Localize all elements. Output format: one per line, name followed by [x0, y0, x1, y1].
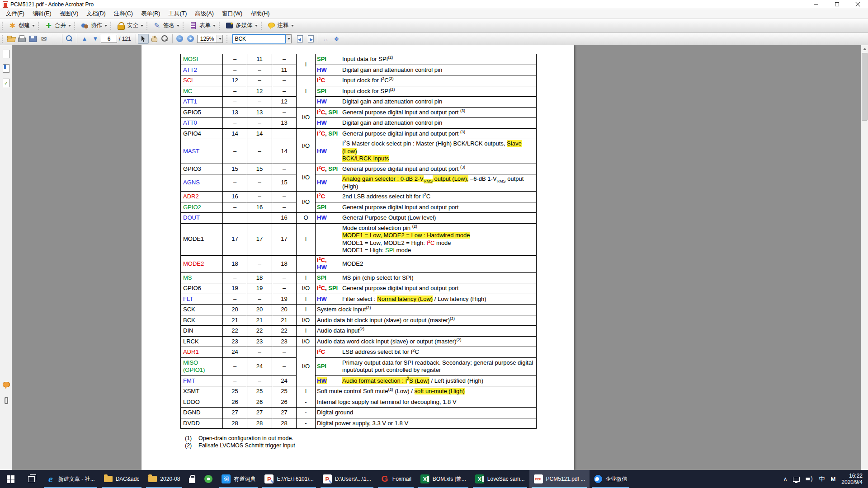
email-button[interactable] [38, 34, 49, 44]
sign-button[interactable]: 签名 [151, 20, 182, 31]
page-number-input[interactable] [101, 35, 117, 43]
next-page-button[interactable]: ▼ [90, 34, 101, 44]
tray-expand-icon[interactable]: ∧ [783, 476, 788, 482]
pin-number-cell: – [272, 86, 297, 97]
search-tool-button[interactable] [64, 34, 75, 44]
minimize-button[interactable] [806, 0, 826, 9]
table-row: GPIO2–16–SPIGeneral purpose digital inpu… [181, 202, 537, 213]
find-next-button[interactable] [305, 34, 316, 44]
forms-button[interactable]: 表单 [187, 20, 218, 31]
taskbar-item-pads[interactable]: PD:\Users\...\1... [318, 470, 376, 488]
pin-number-cell: 15 [272, 174, 297, 192]
ime-indicator[interactable]: 中 [819, 475, 825, 483]
task-view-button[interactable] [21, 470, 42, 488]
scroll-up-button[interactable] [861, 45, 868, 52]
toolbar-grip[interactable] [183, 22, 185, 30]
find-input[interactable] [232, 34, 286, 43]
maximize-button[interactable] [826, 0, 847, 9]
create-button[interactable]: 创建 [6, 20, 37, 31]
toolbar-grip[interactable] [110, 22, 113, 30]
find-dropdown-button[interactable] [286, 34, 292, 43]
taskbar-item-youdao[interactable]: 词有道词典 [217, 470, 260, 488]
toolbar-grip[interactable] [226, 35, 229, 43]
taskbar-item-green-app[interactable] [200, 470, 217, 488]
taskbar-item-wechat-work[interactable]: 企业微信 [590, 470, 632, 488]
fit-width-button[interactable] [320, 34, 331, 44]
vertical-scrollbar[interactable] [861, 45, 868, 470]
pages-panel-button[interactable] [2, 49, 10, 59]
taskbar-item-folder[interactable]: 2020-08 [144, 470, 184, 488]
taskbar-item-edge[interactable]: e新建文章 - 社... [42, 470, 99, 488]
collab-button[interactable]: 协作 [78, 20, 109, 31]
taskbar-item-foxmail[interactable]: GFoxmail [376, 470, 416, 488]
toolbar-button-label: 创建 [19, 22, 30, 29]
secure-button[interactable]: 安全 [114, 20, 146, 31]
start-button[interactable] [0, 470, 21, 488]
comments-panel-button[interactable] [2, 380, 10, 389]
io-cell: I/O [297, 347, 316, 386]
menu-item[interactable]: 窗口(W) [218, 9, 246, 19]
zoom-out-button[interactable]: − [175, 34, 185, 44]
zoom-dropdown-button[interactable] [217, 35, 222, 42]
zoom-in-button[interactable]: + [185, 34, 196, 44]
menu-item[interactable]: 视图(V) [56, 9, 83, 19]
menu-item[interactable]: 高级(A) [191, 9, 218, 19]
table-row: DOUT––16OHWGeneral Purpose Output (Low l… [181, 213, 537, 224]
menu-item[interactable]: 帮助(H) [246, 9, 274, 19]
pin-number-cell: – [247, 347, 272, 358]
taskbar-item-label: D:\Users\...\1... [335, 476, 371, 482]
fit-page-button[interactable] [331, 34, 342, 44]
bookmarks-panel-button[interactable] [2, 63, 10, 73]
menu-item[interactable]: 编辑(E) [28, 9, 56, 19]
printer-icon [17, 34, 28, 44]
print-button[interactable] [17, 34, 28, 44]
hand-tool-button[interactable] [149, 34, 160, 44]
menu-item[interactable]: 文件(F) [2, 9, 28, 19]
table-row: SCK202020ISystem clock input(2) [181, 305, 537, 315]
marquee-zoom-button[interactable] [160, 34, 170, 44]
open-file-button[interactable] [6, 34, 17, 44]
taskbar-item-excel[interactable]: XLoveSac sam... [471, 470, 529, 488]
taskbar-item-pads[interactable]: PE:\YE\T6101\... [260, 470, 318, 488]
menu-item[interactable]: 工具(T) [164, 9, 191, 19]
scrollbar-thumb[interactable] [862, 53, 868, 121]
find-previous-button[interactable] [294, 34, 305, 44]
taskbar-item-store[interactable] [184, 470, 200, 488]
network-icon[interactable] [793, 477, 800, 482]
toolbar-grip[interactable] [2, 22, 4, 30]
web-button[interactable] [49, 34, 60, 44]
media-button[interactable]: 多媒体 [223, 20, 260, 31]
taskbar-item-pdf[interactable]: PDFPCM5121.pdf ... [529, 470, 590, 488]
close-button[interactable] [847, 0, 868, 9]
menu-item[interactable]: 注释(C) [110, 9, 137, 19]
save-button[interactable] [28, 34, 38, 44]
io-cell: I [297, 326, 316, 337]
pin-number-cell: 18 [247, 272, 272, 283]
menu-item[interactable]: 表单(R) [137, 9, 164, 19]
note-button[interactable]: 注释 [265, 20, 296, 31]
pin-number-cell: – [272, 54, 297, 65]
taskbar-item-excel[interactable]: XBOM.xls [兼... [416, 470, 471, 488]
pin-number-cell: 19 [272, 294, 297, 305]
pin-name: MISO (GPIO1) [181, 357, 223, 375]
toolbar-grip[interactable] [2, 35, 4, 43]
volume-icon[interactable] [806, 476, 813, 482]
toolbar-grip[interactable] [74, 22, 76, 30]
signatures-panel-button[interactable] [2, 78, 10, 88]
taskbar-item-folder[interactable]: DAC&adc [99, 470, 144, 488]
toolbar-grip[interactable] [261, 22, 263, 30]
description-cell: Mode control selection pin (2)MODE1 = Lo… [316, 223, 537, 255]
attachments-panel-button[interactable] [2, 395, 10, 405]
clock[interactable]: 16:22 2020/9/4 [841, 473, 863, 485]
toolbar-grip[interactable] [146, 22, 149, 30]
toolbar-grip[interactable] [38, 22, 40, 30]
pin-number-cell: 28 [223, 418, 247, 429]
pin-name: LRCK [181, 336, 223, 347]
select-tool-button[interactable] [138, 34, 149, 44]
menu-item[interactable]: 文档(D) [82, 9, 109, 19]
zoom-level-control[interactable]: 125% [197, 35, 223, 43]
ime-badge[interactable]: M [830, 476, 835, 483]
previous-page-button[interactable]: ▲ [79, 34, 90, 44]
combine-button[interactable]: 合并 [42, 20, 73, 31]
toolbar-grip[interactable] [219, 22, 221, 30]
